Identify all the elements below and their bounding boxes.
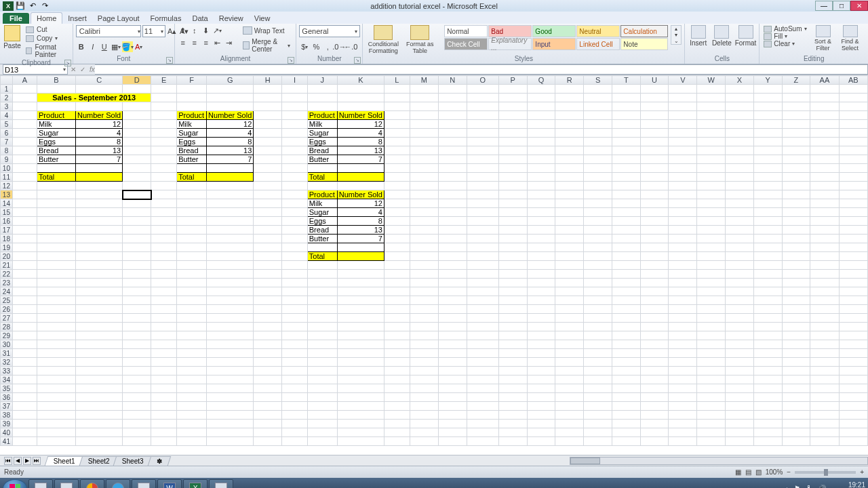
cell-D24[interactable] xyxy=(123,287,151,296)
cell-B12[interactable] xyxy=(37,182,76,190)
cell-K28[interactable] xyxy=(337,323,384,331)
cell-B14[interactable] xyxy=(37,199,76,208)
cell-W33[interactable] xyxy=(697,367,726,375)
cell-C41[interactable] xyxy=(76,437,123,446)
cell-E15[interactable] xyxy=(151,208,177,217)
cell-J30[interactable] xyxy=(307,340,337,349)
row-header-41[interactable]: 41 xyxy=(1,437,13,446)
cell-A32[interactable] xyxy=(12,358,37,367)
cell-G5[interactable]: 12 xyxy=(207,120,254,129)
cell-E14[interactable] xyxy=(151,199,177,208)
cell-Z16[interactable] xyxy=(782,217,810,226)
cell-U21[interactable] xyxy=(640,261,669,270)
cell-K10[interactable] xyxy=(337,164,384,173)
cell-Y30[interactable] xyxy=(753,340,782,349)
cell-H20[interactable] xyxy=(254,252,282,261)
cell-B38[interactable] xyxy=(37,411,76,420)
cell-I34[interactable] xyxy=(282,375,308,384)
cell-R20[interactable] xyxy=(555,252,584,261)
cell-N18[interactable] xyxy=(438,235,467,243)
cell-E21[interactable] xyxy=(151,261,177,270)
cell-R1[interactable] xyxy=(555,85,584,94)
cell-L3[interactable] xyxy=(384,102,410,111)
cell-P41[interactable] xyxy=(498,437,527,446)
row-header-9[interactable]: 9 xyxy=(1,155,13,164)
cell-AB3[interactable] xyxy=(839,102,867,111)
cell-J14[interactable]: Milk xyxy=(307,199,337,208)
cell-M6[interactable] xyxy=(410,129,438,138)
cell-L21[interactable] xyxy=(384,261,410,270)
row-header-15[interactable]: 15 xyxy=(1,208,13,217)
cell-L33[interactable] xyxy=(384,367,410,375)
cell-N22[interactable] xyxy=(438,270,467,279)
cell-V4[interactable] xyxy=(669,111,697,120)
cell-G20[interactable] xyxy=(207,252,254,261)
cell-M25[interactable] xyxy=(410,296,438,305)
cell-X10[interactable] xyxy=(726,164,754,173)
cell-T41[interactable] xyxy=(612,437,640,446)
cell-B6[interactable]: Sugar xyxy=(37,129,76,138)
qat-undo-icon[interactable]: ↶ xyxy=(27,1,38,12)
cell-V35[interactable] xyxy=(669,384,697,393)
cell-L5[interactable] xyxy=(384,120,410,129)
cell-N19[interactable] xyxy=(438,243,467,252)
cell-G16[interactable] xyxy=(207,217,254,226)
cell-T13[interactable] xyxy=(612,190,640,199)
cell-B39[interactable] xyxy=(37,420,76,428)
cell-P22[interactable] xyxy=(498,270,527,279)
cell-Z39[interactable] xyxy=(782,420,810,428)
cell-H12[interactable] xyxy=(254,182,282,190)
cell-H33[interactable] xyxy=(254,367,282,375)
cell-P33[interactable] xyxy=(498,367,527,375)
cell-Z24[interactable] xyxy=(782,287,810,296)
row-header-27[interactable]: 27 xyxy=(1,314,13,323)
cell-P38[interactable] xyxy=(498,411,527,420)
cell-G34[interactable] xyxy=(207,375,254,384)
cell-X7[interactable] xyxy=(726,138,754,146)
cell-D30[interactable] xyxy=(123,340,151,349)
cell-G25[interactable] xyxy=(207,296,254,305)
cell-W30[interactable] xyxy=(697,340,726,349)
cell-Q1[interactable] xyxy=(527,85,555,94)
cell-H14[interactable] xyxy=(254,199,282,208)
cell-W1[interactable] xyxy=(697,85,726,94)
cell-Q7[interactable] xyxy=(527,138,555,146)
cell-K11[interactable] xyxy=(337,173,384,182)
cell-O33[interactable] xyxy=(467,367,498,375)
cell-D10[interactable] xyxy=(123,164,151,173)
cell-X11[interactable] xyxy=(726,173,754,182)
cell-O18[interactable] xyxy=(467,235,498,243)
cell-B34[interactable] xyxy=(37,375,76,384)
cell-I18[interactable] xyxy=(282,235,308,243)
cell-S37[interactable] xyxy=(584,402,612,411)
cell-F37[interactable] xyxy=(177,402,207,411)
row-header-11[interactable]: 11 xyxy=(1,173,13,182)
cell-AB5[interactable] xyxy=(839,120,867,129)
cell-J19[interactable] xyxy=(307,243,337,252)
font-size-combo[interactable]: 11▾ xyxy=(142,25,165,37)
cell-Q33[interactable] xyxy=(527,367,555,375)
cell-R37[interactable] xyxy=(555,402,584,411)
cell-Q9[interactable] xyxy=(527,155,555,164)
cell-R35[interactable] xyxy=(555,384,584,393)
cell-T35[interactable] xyxy=(612,384,640,393)
cell-F17[interactable] xyxy=(177,226,207,235)
cell-C19[interactable] xyxy=(76,243,123,252)
cell-Q31[interactable] xyxy=(527,349,555,358)
cell-S1[interactable] xyxy=(584,85,612,94)
cell-M11[interactable] xyxy=(410,173,438,182)
cell-L4[interactable] xyxy=(384,111,410,120)
cell-U13[interactable] xyxy=(640,190,669,199)
cell-AA10[interactable] xyxy=(810,164,839,173)
cell-M30[interactable] xyxy=(410,340,438,349)
cell-H8[interactable] xyxy=(254,146,282,155)
cell-E3[interactable] xyxy=(151,102,177,111)
cell-D34[interactable] xyxy=(123,375,151,384)
cell-E19[interactable] xyxy=(151,243,177,252)
cell-F18[interactable] xyxy=(177,235,207,243)
cell-Q3[interactable] xyxy=(527,102,555,111)
cell-U24[interactable] xyxy=(640,287,669,296)
cell-V23[interactable] xyxy=(669,279,697,287)
cell-J16[interactable]: Eggs xyxy=(307,217,337,226)
cell-W20[interactable] xyxy=(697,252,726,261)
